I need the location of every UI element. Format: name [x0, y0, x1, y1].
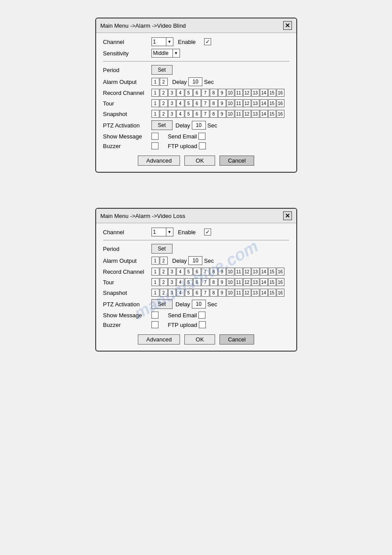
dialog1-tour-num-7[interactable]: 7: [201, 99, 209, 107]
dialog2-show-message-checkbox[interactable]: [151, 312, 158, 319]
dialog1-snapshot-num-5[interactable]: 5: [185, 110, 193, 118]
dialog1-tour-num-12[interactable]: 12: [243, 99, 251, 107]
dialog2-record-num-12[interactable]: 12: [243, 268, 251, 276]
dialog2-tour-num-8[interactable]: 8: [210, 278, 218, 286]
dialog1-close-button[interactable]: ✕: [283, 21, 292, 30]
dialog2-snapshot-num-10[interactable]: 10: [227, 289, 234, 297]
dialog1-record-num-12[interactable]: 12: [243, 89, 251, 97]
dialog2-tour-num-15[interactable]: 15: [268, 278, 276, 286]
dialog2-record-num-5[interactable]: 5: [185, 268, 193, 276]
dialog2-tour-num-10[interactable]: 10: [227, 278, 234, 286]
dialog1-delay-input[interactable]: [188, 77, 202, 86]
dialog1-ok-button[interactable]: OK: [184, 156, 215, 166]
dialog1-tour-num-2[interactable]: 2: [160, 99, 168, 107]
dialog2-alarm-num-2[interactable]: 2: [160, 257, 168, 265]
dialog2-tour-num-1[interactable]: 1: [151, 278, 159, 286]
dialog1-record-num-8[interactable]: 8: [210, 89, 218, 97]
dialog1-snapshot-num-2[interactable]: 2: [160, 110, 168, 118]
dialog1-snapshot-num-8[interactable]: 8: [210, 110, 218, 118]
dialog1-ptz-delay-input[interactable]: [192, 121, 206, 130]
dialog1-buzzer-checkbox[interactable]: [151, 142, 158, 149]
dialog1-snapshot-num-14[interactable]: 14: [260, 110, 268, 118]
dialog2-tour-num-12[interactable]: 12: [243, 278, 251, 286]
dialog2-record-num-10[interactable]: 10: [227, 268, 234, 276]
dialog1-sensitivity-select[interactable]: Middle ▼: [151, 49, 180, 58]
dialog1-snapshot-num-11[interactable]: 11: [235, 110, 243, 118]
dialog1-tour-num-1[interactable]: 1: [151, 99, 159, 107]
dialog2-delay-input[interactable]: [188, 256, 202, 265]
dialog2-record-num-16[interactable]: 16: [277, 268, 284, 276]
dialog1-alarm-num-1[interactable]: 1: [151, 78, 159, 86]
dialog2-record-num-14[interactable]: 14: [260, 268, 268, 276]
dialog1-record-num-10[interactable]: 10: [227, 89, 234, 97]
dialog2-snapshot-num-6[interactable]: 6: [193, 289, 201, 297]
dialog2-tour-num-13[interactable]: 13: [252, 278, 259, 286]
dialog1-snapshot-num-6[interactable]: 6: [193, 110, 201, 118]
dialog1-snapshot-num-4[interactable]: 4: [176, 110, 184, 118]
dialog2-record-num-11[interactable]: 11: [235, 268, 243, 276]
dialog2-tour-num-11[interactable]: 11: [235, 278, 243, 286]
dialog2-enable-checkbox[interactable]: [204, 229, 211, 236]
dialog2-record-num-2[interactable]: 2: [160, 268, 168, 276]
dialog2-ptz-set-button[interactable]: Set: [151, 299, 173, 309]
dialog1-tour-num-6[interactable]: 6: [193, 99, 201, 107]
dialog1-snapshot-num-10[interactable]: 10: [227, 110, 234, 118]
dialog1-period-set-button[interactable]: Set: [151, 65, 173, 75]
dialog1-advanced-button[interactable]: Advanced: [138, 156, 180, 166]
dialog2-send-email-checkbox[interactable]: [198, 312, 205, 319]
dialog1-tour-num-10[interactable]: 10: [227, 99, 234, 107]
dialog2-cancel-button[interactable]: Cancel: [219, 334, 254, 345]
dialog1-record-num-15[interactable]: 15: [268, 89, 276, 97]
dialog2-tour-num-3[interactable]: 3: [168, 278, 176, 286]
dialog2-snapshot-num-13[interactable]: 13: [252, 289, 259, 297]
dialog1-tour-num-4[interactable]: 4: [176, 99, 184, 107]
dialog1-record-num-2[interactable]: 2: [160, 89, 168, 97]
dialog2-ftp-upload-checkbox[interactable]: [199, 321, 206, 328]
dialog2-record-num-6[interactable]: 6: [193, 268, 201, 276]
dialog2-tour-num-6[interactable]: 6: [193, 278, 201, 286]
dialog1-record-num-16[interactable]: 16: [277, 89, 284, 97]
dialog2-record-num-13[interactable]: 13: [252, 268, 259, 276]
dialog1-cancel-button[interactable]: Cancel: [219, 156, 254, 166]
dialog2-snapshot-num-14[interactable]: 14: [260, 289, 268, 297]
dialog2-snapshot-num-5[interactable]: 5: [185, 289, 193, 297]
dialog1-tour-num-11[interactable]: 11: [235, 99, 243, 107]
dialog1-enable-checkbox[interactable]: [204, 38, 211, 45]
dialog2-ok-button[interactable]: OK: [184, 334, 215, 345]
dialog1-record-num-11[interactable]: 11: [235, 89, 243, 97]
dialog2-tour-num-9[interactable]: 9: [218, 278, 226, 286]
dialog1-ftp-upload-checkbox[interactable]: [199, 142, 206, 149]
dialog1-channel-select[interactable]: 1 ▼: [151, 37, 173, 46]
dialog1-snapshot-num-3[interactable]: 3: [168, 110, 176, 118]
dialog2-tour-num-2[interactable]: 2: [160, 278, 168, 286]
dialog2-tour-num-16[interactable]: 16: [277, 278, 284, 286]
dialog1-record-num-9[interactable]: 9: [218, 89, 226, 97]
dialog1-snapshot-num-12[interactable]: 12: [243, 110, 251, 118]
dialog1-tour-num-3[interactable]: 3: [168, 99, 176, 107]
dialog1-tour-num-8[interactable]: 8: [210, 99, 218, 107]
dialog1-snapshot-num-16[interactable]: 16: [277, 110, 284, 118]
dialog2-snapshot-num-11[interactable]: 11: [235, 289, 243, 297]
dialog1-sensitivity-arrow-icon[interactable]: ▼: [173, 49, 180, 57]
dialog2-snapshot-num-7[interactable]: 7: [201, 289, 209, 297]
dialog2-snapshot-num-12[interactable]: 12: [243, 289, 251, 297]
dialog1-snapshot-num-7[interactable]: 7: [201, 110, 209, 118]
dialog2-tour-num-7[interactable]: 7: [201, 278, 209, 286]
dialog1-channel-arrow-icon[interactable]: ▼: [166, 38, 173, 46]
dialog2-channel-arrow-icon[interactable]: ▼: [166, 228, 173, 236]
dialog1-alarm-num-2[interactable]: 2: [160, 78, 168, 86]
dialog2-close-button[interactable]: ✕: [283, 211, 292, 220]
dialog2-ptz-delay-input[interactable]: [192, 300, 206, 308]
dialog1-send-email-checkbox[interactable]: [198, 133, 205, 140]
dialog2-snapshot-num-8[interactable]: 8: [210, 289, 218, 297]
dialog2-tour-num-5[interactable]: 5: [185, 278, 193, 286]
dialog2-snapshot-num-2[interactable]: 2: [160, 289, 168, 297]
dialog1-tour-num-16[interactable]: 16: [277, 99, 284, 107]
dialog1-show-message-checkbox[interactable]: [151, 133, 158, 140]
dialog1-record-num-3[interactable]: 3: [168, 89, 176, 97]
dialog2-alarm-num-1[interactable]: 1: [151, 257, 159, 265]
dialog2-snapshot-num-15[interactable]: 15: [268, 289, 276, 297]
dialog1-record-num-14[interactable]: 14: [260, 89, 268, 97]
dialog2-record-num-1[interactable]: 1: [151, 268, 159, 276]
dialog1-record-num-1[interactable]: 1: [151, 89, 159, 97]
